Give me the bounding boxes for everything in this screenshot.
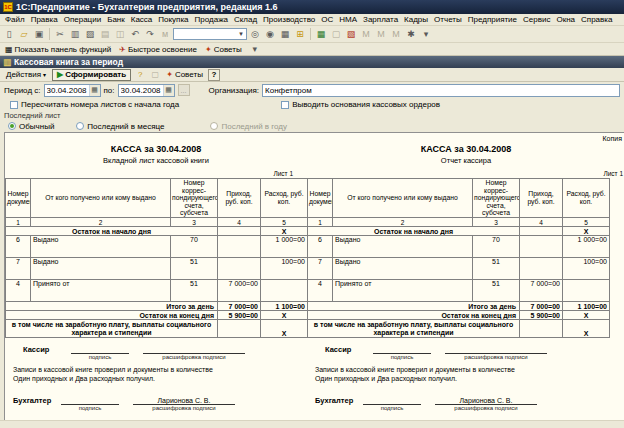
chevron-down-icon[interactable]: ▾	[419, 27, 433, 41]
print-icon[interactable]: ▤	[98, 27, 112, 41]
period-ellipsis-button[interactable]: ...	[178, 84, 190, 96]
cut-icon[interactable]: ✂	[53, 27, 67, 41]
bottom-scrollbar[interactable]	[0, 420, 624, 428]
view-icon[interactable]: ✱	[404, 27, 418, 41]
find-value-icon[interactable]: м	[158, 27, 172, 41]
grid-icon: ▦	[5, 45, 13, 54]
memory-icon-1[interactable]: M	[359, 27, 373, 41]
menu-item-operations[interactable]: Операции	[61, 15, 104, 24]
menu-item-windows[interactable]: Окна	[553, 15, 578, 24]
menu-item-bank[interactable]: Банк	[104, 15, 128, 24]
quick-learning-button[interactable]: ✈ Быстрое освоение	[117, 45, 199, 54]
period-to-input[interactable]	[119, 85, 163, 96]
app-logo-icon: 1С	[3, 2, 13, 12]
checkbox-icon	[10, 101, 18, 109]
table-row: 4 Принято от 51 7 000=00	[6, 280, 308, 302]
new-document-icon[interactable]: ▯	[2, 27, 16, 41]
header-row: Номер документа От кого получено или ком…	[6, 179, 308, 218]
search-combo[interactable]: ▾	[173, 28, 247, 40]
redo-icon[interactable]: ↷	[143, 27, 157, 41]
menu-item-os[interactable]: ОС	[318, 15, 336, 24]
recount-sheets-checkbox[interactable]: Пересчитать номера листов с начала года	[10, 100, 179, 109]
including-salary-row: в том числе на заработную плату, выплаты…	[6, 320, 308, 338]
opening-balance-row: Остаток на начало дня X	[308, 227, 610, 236]
memory-icon-2[interactable]: M	[374, 27, 388, 41]
tips-button[interactable]: ✦ Советы	[203, 45, 244, 54]
transcript-caption: расшифровка подписи	[143, 354, 245, 360]
search-input[interactable]	[174, 29, 236, 39]
menu-item-production[interactable]: Производство	[260, 15, 318, 24]
page-subtitle: Вкладной лист кассовой книги	[5, 156, 307, 165]
restore-settings-icon[interactable]: ▢	[149, 69, 161, 81]
menu-item-reports[interactable]: Отчеты	[431, 15, 465, 24]
help-button[interactable]: ?	[208, 69, 220, 81]
calculator-icon[interactable]: ⊞	[293, 27, 307, 41]
calendar-icon[interactable]: ▦	[278, 27, 292, 41]
find-icon[interactable]: ◎	[248, 27, 262, 41]
table-row: 7 Выдано 51 100=00	[6, 258, 308, 280]
radio-last-in-year: Последний в году	[210, 122, 287, 131]
save-icon[interactable]: ▣	[32, 27, 46, 41]
opening-balance-row: Остаток на начало дня X	[6, 227, 308, 236]
filter-row: Период с: ▦ по: ▦ ... Организация:	[0, 82, 624, 98]
show-function-panel-button[interactable]: ▦ Показать панель функций	[3, 45, 113, 54]
open-icon[interactable]: ▱	[17, 27, 31, 41]
chevron-down-icon[interactable]: ▾	[248, 42, 262, 56]
paste-icon[interactable]: ▨	[83, 27, 97, 41]
menu-item-help[interactable]: Справка	[578, 15, 615, 24]
transcript-caption: расшифровка подписи	[445, 354, 547, 360]
menu-item-hr[interactable]: Кадры	[401, 15, 431, 24]
show-basis-checkbox[interactable]: Выводить основания кассовых ордеров	[281, 100, 440, 109]
combo-arrow-icon[interactable]: ▾	[236, 29, 246, 39]
table-row: 6 Выдано 70 1 000=00	[6, 236, 308, 258]
closing-balance-row: Остаток на конец дня 5 900=00 X	[6, 311, 308, 320]
copy-icon[interactable]: ▥	[68, 27, 82, 41]
radio-last-in-month[interactable]: Последний в месяце	[76, 122, 164, 131]
cash-table: Номер документа От кого получено или ком…	[307, 178, 610, 338]
organization-input[interactable]	[263, 85, 619, 96]
calendar-picker-icon[interactable]: ▦	[163, 85, 174, 96]
menu-item-purchase[interactable]: Покупка	[155, 15, 191, 24]
period-from-field[interactable]: ▦	[44, 84, 101, 97]
report-output-area: Копия КАССА за 30.04.2008 Вкладной лист …	[4, 132, 624, 420]
menu-item-service[interactable]: Сервис	[520, 15, 553, 24]
menu-item-salary[interactable]: Зарплата	[360, 15, 401, 24]
generate-button[interactable]: ▶ Сформировать	[52, 69, 131, 81]
menu-item-warehouse[interactable]: Склад	[231, 15, 260, 24]
formula-icon[interactable]: ▧	[344, 27, 358, 41]
menu-item-edit[interactable]: Правка	[28, 15, 61, 24]
transcript-caption: расшифровка подписи	[133, 405, 235, 411]
table-row: 4 Принято от 51 7 000=00	[308, 280, 610, 302]
period-from-input[interactable]	[45, 85, 89, 96]
signature-caption: подпись	[373, 354, 431, 360]
function-bar: ▦ Показать панель функций ✈ Быстрое осво…	[0, 43, 624, 56]
preview-icon[interactable]: ◫	[113, 27, 127, 41]
undo-icon[interactable]: ↶	[128, 27, 142, 41]
report-toolbar: Действия ▾ ▶ Сформировать ? ▢ ✦ Советы ?	[0, 68, 624, 82]
actions-button[interactable]: Действия ▾	[3, 70, 49, 79]
find-next-icon[interactable]: ◉	[263, 27, 277, 41]
cash-table: Номер документа От кого получено или ком…	[5, 178, 308, 338]
radio-ordinary[interactable]: Обычный	[8, 122, 54, 131]
sheet-label: Лист 1	[5, 170, 293, 177]
menu-item-file[interactable]: Файл	[2, 15, 28, 24]
signatures-block: Кассир подпись расшифровка подписи Запис…	[5, 345, 307, 420]
table-row: 6 Выдано 70 1 000=00	[308, 236, 610, 258]
organization-field[interactable]	[262, 84, 620, 97]
tips-icon: ✦	[166, 70, 173, 79]
cell-icon[interactable]: ▢	[329, 27, 343, 41]
menu-item-cash[interactable]: Касса	[128, 15, 156, 24]
menu-item-sale[interactable]: Продажа	[192, 15, 231, 24]
memory-icon-3[interactable]: M	[389, 27, 403, 41]
report-tips-button[interactable]: ✦ Советы	[164, 70, 205, 79]
menu-item-enterprise[interactable]: Предприятие	[465, 15, 520, 24]
period-to-field[interactable]: ▦	[118, 84, 175, 97]
menu-item-nma[interactable]: НМА	[336, 15, 360, 24]
table-icon[interactable]: ▦	[314, 27, 328, 41]
calendar-picker-icon[interactable]: ▦	[89, 85, 100, 96]
radio-icon	[76, 122, 84, 130]
header-settings-icon[interactable]: ?	[134, 69, 146, 81]
main-toolbar: ▯ ▱ ▣ ✂ ▥ ▨ ▤ ◫ ↶ ↷ м ▾ ◎ ◉ ▦ ⊞ ▦ ▢ ▧ M …	[0, 26, 624, 43]
signature-caption: подпись	[61, 405, 119, 411]
column-number-row: 1 2 3 4 5	[308, 218, 610, 227]
